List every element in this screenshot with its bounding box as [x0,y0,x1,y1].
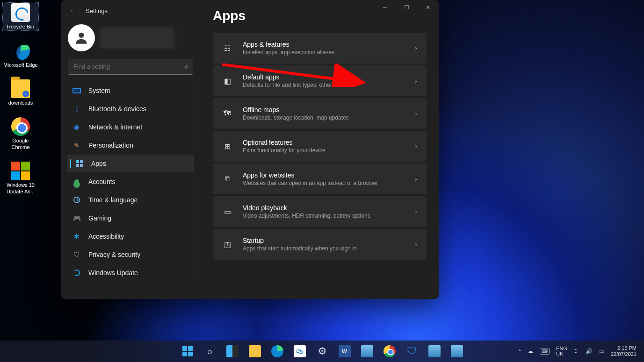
card-subtitle: Defaults for file and link types, other … [243,82,353,88]
taskbar: ⌕ 🛍 ⚙ W 🛡 ˄ ☁ ⌨ ENG UK ⚞ 🔊 ▭ 2:15 PM 22/… [0,341,644,362]
refresh-icon [73,270,80,276]
nav-accessibility[interactable]: ✱Accessibility [67,227,194,245]
taskbar-store[interactable]: 🛍 [290,342,309,361]
card-startup[interactable]: ◳ StartupApps that start automatically w… [213,229,427,260]
card-title: Default apps [243,73,353,81]
taskbar-pic1[interactable] [358,342,376,361]
gear-icon: ⚙ [318,345,327,357]
nav-label: Privacy & security [88,251,140,258]
nav-apps[interactable]: Apps [67,155,194,172]
nav-bluetooth[interactable]: ᛒBluetooth & devices [67,100,194,118]
icon-label: downloads [3,99,38,106]
avatar [68,24,95,51]
card-title: Apps & features [243,41,334,48]
search-input[interactable] [68,59,193,75]
language-button[interactable]: ENG UK [556,346,567,356]
taskbar-explorer[interactable] [246,342,264,361]
card-subtitle: Websites that can open in an app instead… [243,180,378,186]
profile-name-redacted [100,27,174,49]
card-offline-maps[interactable]: 🗺 Offline mapsDownloads, storage locatio… [213,98,427,129]
monitor-icon [72,88,81,93]
card-title: Apps for websites [243,171,378,179]
card-default-apps[interactable]: ◧ Default appsDefaults for file and link… [213,65,427,96]
settings-window: ─ ☐ ✕ ← Settings ⌕ System ᛒBluetooth & d… [61,0,439,299]
desktop-icon-downloads[interactable]: downloads [3,79,38,106]
image-icon [361,345,373,357]
card-subtitle: Video adjustments, HDR streaming, batter… [243,213,370,219]
card-apps-for-websites[interactable]: ⧉ Apps for websitesWebsites that can ope… [213,163,427,194]
nav-gaming[interactable]: 🎮Gaming [67,209,194,227]
nav-update[interactable]: Windows Update [67,264,194,282]
chevron-right-icon: › [415,110,417,117]
tray-overflow-button[interactable]: ˄ [519,349,521,354]
chevron-right-icon: › [415,241,417,248]
onedrive-icon[interactable]: ☁ [528,348,533,355]
taskbar-search-button[interactable]: ⌕ [201,342,219,361]
nav-label: Accessibility [88,233,124,240]
taskbar-word[interactable]: W [335,342,354,361]
minimize-button[interactable]: ─ [374,0,396,15]
nav-label: Network & internet [88,123,142,131]
nav-system[interactable]: System [67,82,194,99]
task-view-icon [226,345,239,357]
nav-label: Bluetooth & devices [88,105,146,113]
card-optional-features[interactable]: ⊞ Optional featuresExtra functionality f… [213,131,427,162]
list-icon: ☷ [222,43,232,53]
nav-list: System ᛒBluetooth & devices ◉Network & i… [67,81,194,282]
clock-time: 2:15 PM [611,345,637,351]
default-apps-icon: ◧ [222,76,232,86]
window-controls: ─ ☐ ✕ [374,0,439,15]
nav-accounts[interactable]: Accounts [67,173,194,191]
card-video-playback[interactable]: ▭ Video playbackVideo adjustments, HDR s… [213,196,427,227]
wifi-icon[interactable]: ⚞ [574,348,579,355]
sidebar: ← Settings ⌕ System ᛒBluetooth & devices… [61,0,200,299]
desktop-icon-recycle-bin[interactable]: Recycle Bin [3,3,38,30]
nav-label: Apps [91,160,106,167]
nav-time[interactable]: Time & language [67,191,194,209]
close-button[interactable]: ✕ [417,0,439,15]
keyboard-icon[interactable]: ⌨ [540,348,550,355]
shield-icon: 🛡 [72,250,81,259]
clock-button[interactable]: 2:15 PM 22/07/2021 [611,345,637,357]
taskbar-pic3[interactable] [448,342,466,361]
search-box[interactable]: ⌕ [68,59,193,75]
person-icon [74,179,79,184]
folder-icon [249,345,261,357]
nav-label: Windows Update [88,269,138,277]
taskbar-chrome[interactable] [380,342,399,361]
task-view-button[interactable] [223,342,242,361]
chevron-right-icon: › [415,44,417,52]
profile-block[interactable] [68,24,194,51]
card-apps-features[interactable]: ☷ Apps & featuresInstalled apps, app exe… [213,33,427,64]
icon-label: Recycle Bin [3,23,38,30]
edge-icon [271,345,283,357]
desktop-icons: Recycle Bin Microsoft Edge downloads Goo… [3,3,45,206]
taskbar-security[interactable]: 🛡 [403,342,421,361]
nav-label: System [88,87,110,94]
icon-label: Google Chrome [3,137,38,150]
nav-network[interactable]: ◉Network & internet [67,118,194,136]
back-button[interactable]: ← [70,7,77,15]
shield-icon: 🛡 [407,345,417,357]
gamepad-icon: 🎮 [72,214,81,222]
volume-icon[interactable]: 🔊 [586,348,593,355]
taskbar-pic2[interactable] [425,342,444,361]
store-icon: 🛍 [294,345,306,357]
taskbar-pinned: ⌕ 🛍 ⚙ W 🛡 [178,342,466,361]
taskbar-settings[interactable]: ⚙ [313,342,332,361]
maximize-button[interactable]: ☐ [396,0,417,15]
nav-personalization[interactable]: ✎Personalization [67,136,194,154]
start-button[interactable] [178,342,197,361]
desktop-icon-chrome[interactable]: Google Chrome [3,117,38,150]
open-external-icon: ⧉ [222,174,232,184]
wifi-icon: ◉ [72,123,81,131]
desktop-icon-win10-update[interactable]: Windows 10 Update As... [3,162,38,195]
taskbar-edge[interactable] [268,342,287,361]
battery-icon[interactable]: ▭ [599,348,604,355]
card-title: Video playback [243,204,370,212]
desktop-icon-edge[interactable]: Microsoft Edge [3,42,38,68]
nav-privacy[interactable]: 🛡Privacy & security [67,246,194,263]
apps-icon [76,160,83,167]
svg-point-0 [79,33,84,38]
system-tray: ˄ ☁ ⌨ ENG UK ⚞ 🔊 ▭ 2:15 PM 22/07/2021 [519,345,639,357]
